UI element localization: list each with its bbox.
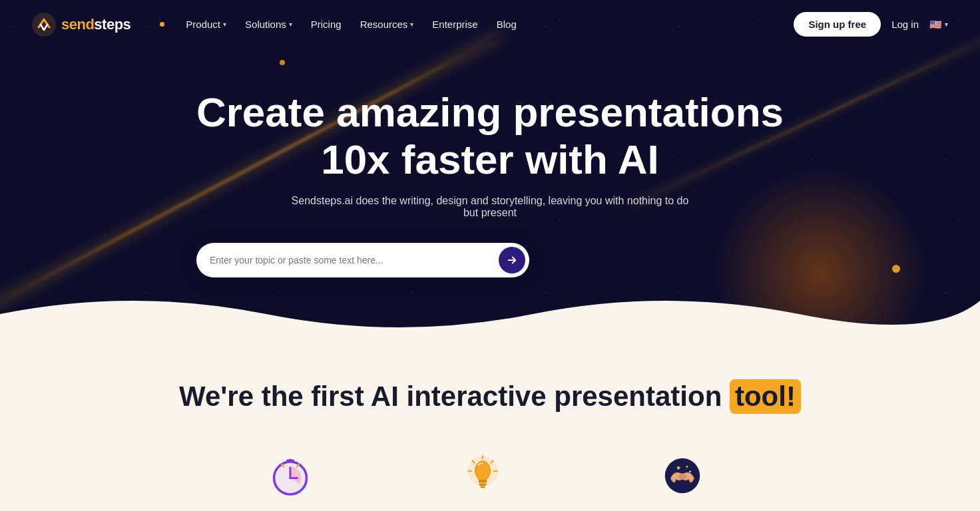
logo[interactable]: sendsteps	[32, 13, 130, 37]
login-link[interactable]: Log in	[891, 19, 919, 30]
bulb-icon-wrap	[453, 446, 513, 506]
handshake-icon: ★ ✦ ✦	[659, 452, 706, 499]
timer-icon	[267, 452, 314, 499]
logo-text: sendsteps	[61, 16, 130, 33]
handshake-icon-wrap: ★ ✦ ✦	[652, 446, 712, 506]
arrow-right-icon	[506, 254, 518, 266]
hero-content: Create amazing presentations 10x faster …	[196, 88, 784, 278]
topic-input[interactable]	[210, 255, 499, 265]
hero-dot-top	[280, 60, 285, 65]
navbar: sendsteps Product ▾ Solutions ▾ Pricing …	[0, 0, 980, 49]
feature-interact: ★ ✦ ✦ Interact with your audience	[609, 446, 756, 511]
flag-icon: 🇺🇸	[929, 19, 942, 31]
nav-enterprise[interactable]: Enterprise	[432, 19, 477, 30]
nav-pricing[interactable]: Pricing	[311, 19, 342, 30]
svg-rect-12	[481, 486, 485, 488]
hero-subtitle: Sendsteps.ai does the writing, design an…	[290, 195, 690, 219]
signup-button[interactable]: Sign up free	[794, 12, 881, 37]
nav-blog[interactable]: Blog	[497, 19, 517, 30]
nav-actions: Sign up free Log in 🇺🇸 ▾	[794, 12, 948, 37]
lower-section: We're the first AI interactive presentat…	[0, 339, 980, 511]
features-list: Save time when creating	[32, 446, 948, 511]
hero-dot-mid	[892, 265, 900, 273]
hero-wave	[0, 287, 980, 339]
svg-text:✦: ✦	[685, 464, 689, 469]
feature-get-inspired: Get inspired thinking about	[409, 446, 556, 511]
language-selector[interactable]: 🇺🇸 ▾	[929, 19, 948, 31]
nav-links: Product ▾ Solutions ▾ Pricing Resources …	[160, 19, 772, 30]
nav-product[interactable]: Product ▾	[186, 19, 226, 30]
product-chevron: ▾	[223, 21, 226, 28]
bulb-icon	[459, 452, 506, 499]
solutions-chevron: ▾	[289, 21, 292, 28]
svg-text:★: ★	[676, 464, 681, 471]
resources-chevron: ▾	[410, 21, 413, 28]
timer-icon-wrap	[260, 446, 320, 506]
svg-rect-6	[289, 459, 292, 462]
svg-rect-10	[479, 480, 487, 482]
hero-section: Create amazing presentations 10x faster …	[0, 0, 980, 339]
feature-save-time: Save time when creating	[224, 446, 356, 511]
svg-rect-11	[479, 483, 487, 486]
svg-text:✦: ✦	[688, 469, 692, 474]
search-button[interactable]	[499, 247, 525, 273]
search-bar	[196, 243, 529, 277]
language-chevron: ▾	[945, 21, 948, 28]
hero-title: Create amazing presentations 10x faster …	[196, 88, 784, 184]
nav-resources[interactable]: Resources ▾	[360, 19, 414, 30]
svg-point-0	[32, 13, 56, 37]
highlight-pill: tool!	[730, 379, 801, 414]
lower-title: We're the first AI interactive presentat…	[32, 379, 948, 414]
svg-point-19	[678, 474, 686, 480]
logo-icon	[32, 13, 56, 37]
nav-new-dot	[160, 22, 164, 27]
nav-solutions[interactable]: Solutions ▾	[245, 19, 292, 30]
